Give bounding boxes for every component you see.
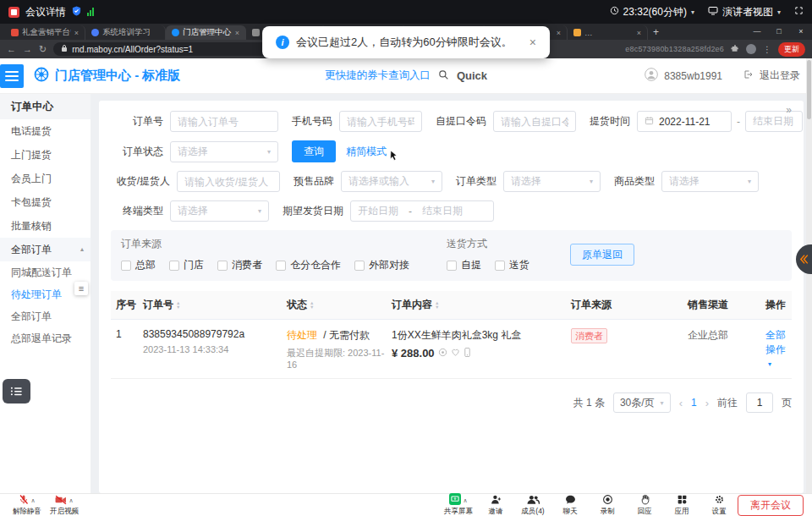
meeting-toolbox-button[interactable] — [3, 379, 30, 403]
goods-type-select[interactable]: 请选择 ▾ — [661, 171, 759, 192]
refresh-icon[interactable]: ↻ — [39, 44, 47, 55]
checkbox-source-hq[interactable]: 总部 — [121, 258, 156, 272]
original-order-return-button[interactable]: 原单退回 — [570, 244, 634, 266]
checkbox-delivery-selfpickup[interactable]: 自提 — [447, 258, 481, 272]
forward-icon[interactable]: → — [23, 44, 32, 54]
page-size-select[interactable]: 30条/页 ▾ — [613, 392, 671, 413]
sidebar-group-all-orders[interactable]: 全部订单 ▴ — [0, 238, 91, 261]
next-page-button[interactable]: › — [705, 397, 709, 409]
checkbox-box[interactable] — [169, 261, 179, 271]
col-header-order-no[interactable]: 订单号▲▼ — [143, 298, 287, 312]
search-icon[interactable] — [438, 69, 449, 84]
order-no-input[interactable] — [170, 111, 278, 132]
search-button[interactable]: 查询 — [292, 140, 336, 162]
page-scrollbar[interactable] — [806, 58, 812, 493]
video-options-caret[interactable]: ∧ — [69, 497, 73, 504]
col-header-status[interactable]: 状态▲▼ — [287, 298, 392, 312]
simple-mode-link[interactable]: 精简模式 — [346, 145, 387, 159]
expected-ship-date-range-input[interactable]: 开始日期 - 结束日期 — [350, 200, 494, 222]
extensions-puzzle-icon[interactable] — [731, 44, 739, 54]
chat-button[interactable]: 聊天 — [551, 495, 589, 515]
checkbox-source-warehouse-coop[interactable]: 仓分仓合作 — [276, 258, 341, 272]
order-status-select[interactable]: 请选择 ▾ — [170, 141, 278, 162]
browser-tab[interactable]: 系统培训学习 — [85, 25, 166, 40]
sidebar-item-card-pickup[interactable]: 卡包提货 — [0, 190, 91, 214]
meeting-details-button[interactable]: 会议详情 — [25, 5, 66, 19]
window-maximize-button[interactable]: □ — [768, 24, 790, 40]
checkbox-box[interactable] — [495, 261, 505, 271]
apps-button[interactable]: 应用 — [663, 495, 700, 515]
pickup-end-date-input[interactable]: 结束日期 — [745, 111, 803, 132]
mic-options-caret[interactable]: ∧ — [30, 497, 35, 504]
all-actions-dropdown[interactable]: 全部操作 — [765, 329, 786, 355]
share-options-caret[interactable]: ∧ — [463, 497, 467, 504]
current-page-number[interactable]: 1 — [691, 397, 697, 409]
window-close-button[interactable]: × — [790, 24, 812, 40]
order-type-select[interactable]: 请选择 ▾ — [503, 171, 601, 192]
prev-page-button[interactable]: ‹ — [679, 397, 683, 409]
checkbox-source-external[interactable]: 外部对接 — [354, 258, 409, 272]
receiver-input[interactable] — [177, 171, 280, 192]
unmute-button[interactable]: ∧ 解除静音 — [8, 495, 46, 515]
back-icon[interactable]: ← — [7, 44, 16, 54]
sidebar-item-door-pickup[interactable]: 上门提货 — [0, 143, 91, 167]
tab-close-icon[interactable]: × — [235, 29, 239, 37]
checkbox-box[interactable] — [217, 261, 228, 271]
sidebar-collapse-toggle[interactable]: ≡ — [74, 282, 88, 295]
sort-icon[interactable]: ▲▼ — [435, 301, 439, 309]
scrollbar-thumb[interactable] — [807, 60, 811, 119]
browser-update-button[interactable]: 更新 — [778, 42, 805, 57]
checkbox-box[interactable] — [121, 261, 131, 271]
sidebar-subitem-all-orders[interactable]: 全部订单 — [0, 305, 91, 327]
tab-close-icon[interactable]: × — [74, 29, 79, 37]
quick-entry-link[interactable]: 更快捷的券卡查询入口 — [325, 69, 431, 83]
fullscreen-button[interactable] — [794, 6, 804, 18]
presale-brand-select[interactable]: 请选择或输入 ▾ — [341, 171, 442, 192]
checkbox-source-store[interactable]: 门店 — [169, 258, 204, 272]
record-button[interactable]: 录制 — [589, 495, 626, 515]
tab-close-icon[interactable]: × — [637, 29, 641, 37]
search-panel-collapse-icon[interactable]: » — [786, 104, 792, 116]
terminal-type-select[interactable]: 请选择 ▾ — [170, 200, 269, 222]
invite-button[interactable]: 邀请 — [477, 495, 514, 515]
col-header-content[interactable]: 订单内容▲▼ — [392, 298, 571, 312]
sidebar-subitem-city-delivery[interactable]: 同城配送订单 — [0, 261, 91, 283]
checkbox-box[interactable] — [447, 261, 457, 271]
view-mode-selector[interactable]: 演讲者视图 ▾ — [708, 5, 781, 19]
browser-profile-avatar[interactable] — [746, 44, 756, 54]
goto-page-input[interactable] — [746, 392, 773, 413]
sidebar-item-phone-pickup[interactable]: 电话提货 — [0, 119, 91, 143]
members-button[interactable]: 成员(4) — [514, 495, 551, 515]
start-video-button[interactable]: ∧ 开启视频 — [46, 495, 83, 515]
toast-close-icon[interactable]: × — [529, 36, 536, 49]
browser-tab[interactable]: … × — [568, 25, 648, 40]
new-tab-button[interactable]: + — [648, 25, 664, 40]
phone-input[interactable] — [339, 111, 422, 132]
order-no-text[interactable]: 83859345088979792a — [143, 328, 287, 340]
sidebar-item-member-visit[interactable]: 会员上门 — [0, 167, 91, 190]
sidebar-subitem-hq-refund-log[interactable]: 总部退单记录 — [0, 327, 91, 349]
checkbox-delivery-deliver[interactable]: 送货 — [495, 258, 529, 272]
browser-menu-icon[interactable]: ⋮ — [763, 45, 771, 54]
pickup-start-date-input[interactable]: 2022-11-21 — [637, 111, 732, 132]
sidebar-collapse-button[interactable] — [0, 64, 24, 88]
logout-button[interactable]: 退出登录 — [760, 69, 800, 83]
checkbox-source-consumer[interactable]: 消费者 — [217, 258, 262, 272]
reaction-button[interactable]: 回应 — [626, 495, 663, 515]
browser-tab[interactable]: 礼盒营销平台管理中心 × — [5, 25, 85, 40]
settings-button[interactable]: 设置 — [700, 495, 738, 515]
pickup-code-input[interactable] — [493, 111, 576, 132]
username-text[interactable]: 8385wb1991 — [664, 70, 722, 82]
meeting-timer[interactable]: 23:32(60分钟) ▾ — [610, 5, 694, 19]
meeting-app-icon[interactable] — [8, 7, 19, 18]
checkbox-box[interactable] — [276, 261, 286, 271]
browser-tab-active[interactable]: 门店管理中心 × — [166, 25, 246, 40]
leave-meeting-button[interactable]: 离开会议 — [738, 495, 804, 516]
sort-icon[interactable]: ▲▼ — [310, 301, 314, 309]
tab-close-icon[interactable]: × — [557, 29, 561, 37]
checkbox-box[interactable] — [354, 261, 365, 271]
window-minimize-button[interactable]: — — [746, 24, 768, 40]
sort-icon[interactable]: ▲▼ — [176, 301, 180, 309]
sidebar-item-batch-verify[interactable]: 批量核销 — [0, 214, 91, 238]
share-screen-button[interactable]: ∧ 共享屏幕 — [440, 495, 477, 515]
